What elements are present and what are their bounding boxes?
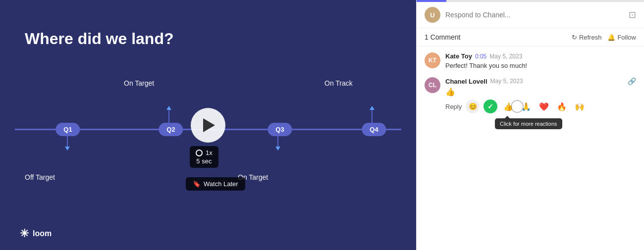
refresh-label: Refresh [579, 34, 602, 41]
speed-icon [196, 150, 203, 156]
play-button[interactable] [191, 108, 225, 143]
reaction-checkmark[interactable]: ✓ [483, 100, 497, 113]
kate-date: May 5, 2023 [489, 53, 522, 60]
loom-asterisk-icon: ✳ [20, 227, 29, 240]
reply-input[interactable] [445, 11, 624, 19]
tab-indicator [417, 0, 644, 2]
video-record-icon[interactable]: ⊡ [629, 9, 636, 20]
reply-button[interactable]: Reply [445, 103, 462, 110]
quarter-node-q2: Q2 [159, 123, 183, 136]
current-user-avatar: U [425, 7, 440, 23]
label-off-target: Off Target [25, 173, 55, 181]
label-on-track: On Track [324, 79, 353, 87]
reaction-raised-hands[interactable]: 🙌 [573, 100, 587, 113]
time-value: 5 sec [196, 157, 213, 165]
reaction-heart[interactable]: ❤️ [537, 100, 551, 113]
follow-button[interactable]: 🔔 Follow [607, 34, 636, 41]
chanel-meta: Chanel Lovell May 5, 2023 [445, 78, 523, 85]
loom-logo: ✳ loom [20, 227, 52, 240]
chanel-author: Chanel Lovell [445, 78, 487, 85]
chanel-date: May 5, 2023 [490, 78, 523, 85]
tab-indicator-active [417, 0, 446, 2]
chanel-comment-body: Chanel Lovell May 5, 2023 🔗 👍 Reply 😊 ✓ … [445, 77, 636, 113]
loom-brand-name: loom [33, 229, 52, 238]
kate-comment-body: Kate Toy 0:05 May 5, 2023 Perfect! Thank… [445, 52, 636, 70]
comment-item-chanel: CL Chanel Lovell May 5, 2023 🔗 👍 Reply 😊 [425, 77, 636, 113]
comments-panel: U ⊡ 1 Comment ↻ Refresh 🔔 Follow KT Kate… [416, 0, 644, 250]
video-title: Where did we land? [25, 30, 173, 48]
video-panel: Where did we land? On Target On Track Of… [0, 0, 416, 250]
watch-later-label: Watch Later [204, 180, 238, 188]
add-reaction-button[interactable]: 😊 [466, 100, 480, 113]
link-icon[interactable]: 🔗 [628, 77, 636, 85]
kate-author: Kate Toy [445, 52, 472, 60]
kate-meta: Kate Toy 0:05 May 5, 2023 [445, 52, 636, 60]
reaction-fire[interactable]: 🔥 [555, 100, 569, 113]
watch-later-button[interactable]: 🔖 Watch Later [186, 177, 245, 191]
speed-value: 1x [206, 149, 213, 156]
quarter-node-q1: Q1 [55, 123, 80, 136]
comments-list: KT Kate Toy 0:05 May 5, 2023 Perfect! Th… [417, 47, 644, 250]
chanel-avatar: CL [425, 77, 440, 93]
bookmark-icon: 🔖 [193, 180, 201, 188]
reaction-pray[interactable]: 🙏 [519, 100, 533, 113]
refresh-icon: ↻ [572, 34, 577, 41]
reaction-thumbsup[interactable]: 👍 [501, 100, 515, 113]
label-on-target: On Target [124, 79, 154, 87]
header-actions: ↻ Refresh 🔔 Follow [572, 34, 636, 41]
kate-timestamp[interactable]: 0:05 [475, 53, 486, 60]
more-reactions-tooltip: Click for more reactions [495, 118, 562, 129]
quarter-node-q4: Q4 [362, 123, 386, 136]
kate-comment-text: Perfect! Thank you so much! [445, 61, 636, 70]
chanel-header: Chanel Lovell May 5, 2023 🔗 [445, 77, 636, 85]
comments-header: 1 Comment ↻ Refresh 🔔 Follow [417, 28, 644, 47]
speed-overlay: 1x 5 sec [190, 146, 218, 168]
reply-input-area: U ⊡ [417, 2, 644, 28]
chanel-emoji: 👍 [445, 87, 636, 97]
refresh-button[interactable]: ↻ Refresh [572, 34, 602, 41]
comment-item-kate: KT Kate Toy 0:05 May 5, 2023 Perfect! Th… [425, 52, 636, 70]
follow-label: Follow [617, 34, 636, 41]
comment-count: 1 Comment [425, 33, 460, 41]
bell-icon: 🔔 [607, 34, 615, 41]
quarter-node-q3: Q3 [268, 123, 292, 136]
reaction-row: Reply 😊 ✓ 👍 🙏 ❤️ 🔥 🙌 Click for more reac… [445, 100, 636, 113]
kate-avatar: KT [425, 52, 440, 68]
